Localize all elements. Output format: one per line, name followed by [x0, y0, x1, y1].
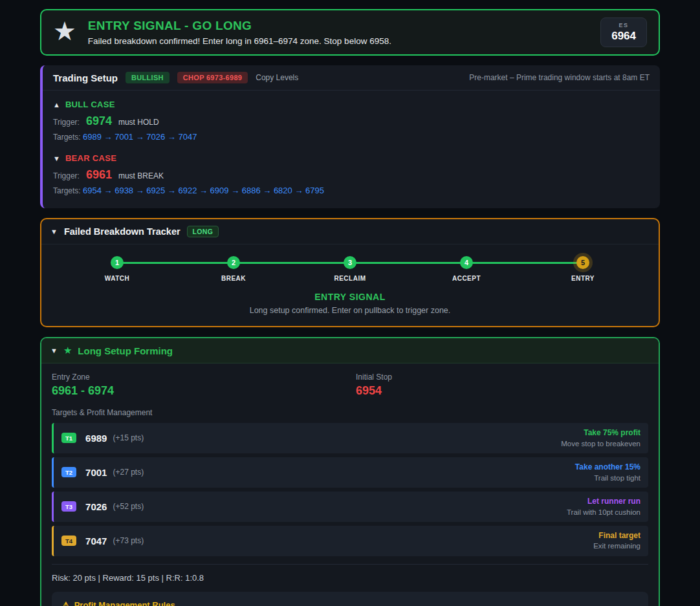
bear-case: ▼ BEAR CASE Trigger: 6961 must BREAK Tar… [53, 153, 650, 195]
tracker-steps: 1 WATCH 2 BREAK 3 RECLAIM 4 ACCEPT 5 ENT… [94, 256, 606, 282]
step-label-entry: ENTRY [571, 275, 595, 282]
target-plan-t4: Final target Exit remaining [593, 530, 640, 552]
target-price-t4: 7047 [85, 536, 107, 546]
failed-breakdown-tracker-panel: ▼ Failed Breakdown Tracker LONG 1 WATCH … [40, 218, 660, 327]
long-setup-body: Entry Zone 6961 - 6974 Initial Stop 6954… [41, 363, 659, 606]
target-pts-t2: (+27 pts) [113, 468, 144, 477]
triangle-up-icon: ▲ [53, 101, 60, 109]
tracker-header[interactable]: ▼ Failed Breakdown Tracker LONG [41, 219, 659, 244]
bull-case: ▲ BULL CASE Trigger: 6974 must HOLD Targ… [53, 100, 650, 142]
bear-trigger-row: Trigger: 6961 must BREAK [53, 168, 650, 182]
bull-trigger-condition: must HOLD [118, 118, 159, 127]
bear-targets-label: Targets: [53, 186, 81, 195]
target-sub-t4: Exit remaining [593, 541, 640, 551]
long-setup-header[interactable]: ▼ ★ Long Setup Forming [41, 338, 659, 363]
star-icon: ★ [63, 345, 72, 356]
target-pts-t1: (+15 pts) [113, 433, 144, 442]
target-price-t2: 7001 [85, 467, 107, 478]
entry-zone-label: Entry Zone [52, 373, 356, 382]
current-price: 6964 [611, 30, 636, 43]
banner-subtitle: Failed breakdown confirmed! Enter long i… [88, 36, 391, 46]
target-action-t1: Take 75% profit [561, 427, 640, 438]
bull-targets-values[interactable]: 6989 → 7001 → 7026 → 7047 [83, 132, 197, 142]
status-title: ENTRY SIGNAL [41, 292, 659, 302]
initial-stop-block: Initial Stop 6954 [356, 373, 392, 398]
step-circle-1: 1 [111, 256, 124, 269]
bear-trigger-condition: must BREAK [118, 171, 164, 180]
profit-rules-box: ⚠ Profit Management Rules 1. At T1: Lock… [52, 592, 648, 606]
bull-case-label: BULL CASE [65, 100, 115, 109]
long-badge: LONG [187, 226, 219, 237]
step-label-break: BREAK [221, 275, 246, 282]
bear-trigger-value: 6961 [86, 168, 112, 182]
target-action-t3: Let runner run [567, 496, 640, 507]
target-badge-t3: T3 [61, 501, 76, 512]
price-badge: ES 6964 [600, 17, 647, 47]
step-accept: 4 ACCEPT [444, 256, 489, 282]
risk-reward-line: Risk: 20 pts | Reward: 15 pts | R:R: 1:0… [52, 564, 648, 583]
target-row-t3[interactable]: T3 7026 (+52 pts) Let runner run Trail w… [52, 492, 648, 522]
symbol-label: ES [611, 22, 636, 28]
entry-zone-block: Entry Zone 6961 - 6974 [52, 373, 356, 398]
step-circle-4: 4 [460, 256, 473, 269]
targets-section-label: Targets & Profit Management [52, 408, 648, 417]
long-setup-panel: ▼ ★ Long Setup Forming Entry Zone 6961 -… [40, 337, 660, 606]
entry-stop-grid: Entry Zone 6961 - 6974 Initial Stop 6954 [52, 373, 648, 398]
entry-zone-value: 6961 - 6974 [52, 384, 356, 398]
bear-case-label: BEAR CASE [65, 153, 116, 163]
bull-targets-row: Targets: 6989 → 7001 → 7026 → 7047 [53, 132, 650, 142]
target-plan-t2: Take another 15% Trail stop tight [575, 462, 640, 483]
target-row-t4[interactable]: T4 7047 (+73 pts) Final target Exit rema… [52, 526, 648, 556]
profit-rules-title: ⚠ Profit Management Rules [62, 600, 638, 606]
target-badge-t1: T1 [61, 433, 76, 443]
tracker-title: Failed Breakdown Tracker [64, 226, 180, 237]
target-sub-t2: Trail stop tight [575, 473, 640, 483]
step-break: 2 BREAK [211, 256, 256, 282]
target-sub-t1: Move stop to breakeven [561, 438, 640, 449]
step-circle-3: 3 [344, 256, 356, 269]
target-plan-t1: Take 75% profit Move stop to breakeven [561, 427, 640, 449]
target-price-t1: 6989 [85, 433, 107, 444]
entry-signal-banner: ★ ENTRY SIGNAL - GO LONG Failed breakdow… [40, 9, 660, 56]
bear-targets-row: Targets: 6954 → 6938 → 6925 → 6922 → 690… [53, 186, 650, 195]
target-plan-t3: Let runner run Trail with 10pt cushion [567, 496, 640, 517]
triangle-down-icon: ▼ [53, 155, 60, 162]
chop-zone-badge: CHOP 6973-6989 [177, 72, 248, 83]
step-circle-2: 2 [227, 256, 240, 269]
step-circle-5: 5 [576, 256, 589, 269]
step-label-reclaim: RECLAIM [334, 275, 366, 282]
target-row-t2[interactable]: T2 7001 (+27 pts) Take another 15% Trail… [52, 457, 648, 488]
star-icon: ★ [53, 18, 76, 44]
step-entry: 5 ENTRY [560, 256, 606, 282]
trading-setup-body: ▲ BULL CASE Trigger: 6974 must HOLD Targ… [43, 91, 660, 208]
target-row-t1[interactable]: T1 6989 (+15 pts) Take 75% profit Move s… [52, 423, 648, 453]
bias-badge: BULLISH [126, 72, 170, 83]
tracker-status: ENTRY SIGNAL Long setup confirmed. Enter… [41, 292, 659, 315]
trading-setup-panel: Trading Setup BULLISH CHOP 6973-6989 Cop… [40, 65, 660, 208]
target-action-t4: Final target [593, 530, 640, 541]
bear-targets-values[interactable]: 6954 → 6938 → 6925 → 6922 → 6909 → 6886 … [83, 186, 324, 195]
copy-levels-button[interactable]: Copy Levels [256, 73, 298, 82]
bull-case-header: ▲ BULL CASE [53, 100, 650, 109]
banner-title: ENTRY SIGNAL - GO LONG [88, 19, 391, 33]
collapse-icon[interactable]: ▼ [50, 347, 58, 354]
profit-rules-title-text: Profit Management Rules [74, 600, 175, 606]
trading-setup-title: Trading Setup [53, 72, 118, 83]
status-text: Long setup confirmed. Enter on pullback … [41, 306, 659, 315]
bull-trigger-value: 6974 [86, 114, 112, 128]
collapse-icon[interactable]: ▼ [50, 228, 58, 235]
page: ★ ENTRY SIGNAL - GO LONG Failed breakdow… [0, 0, 700, 606]
bull-trigger-row: Trigger: 6974 must HOLD [53, 114, 650, 128]
target-price-t3: 7026 [85, 501, 107, 512]
bull-targets-label: Targets: [53, 133, 81, 142]
step-label-watch: WATCH [105, 275, 129, 282]
bull-trigger-label: Trigger: [53, 118, 80, 127]
target-badge-t2: T2 [61, 467, 76, 477]
target-badge-t4: T4 [61, 536, 76, 546]
step-label-accept: ACCEPT [452, 275, 481, 282]
step-watch: 1 WATCH [94, 256, 140, 282]
bear-case-header: ▼ BEAR CASE [53, 153, 650, 163]
banner-text: ENTRY SIGNAL - GO LONG Failed breakdown … [88, 19, 391, 46]
bear-trigger-label: Trigger: [53, 171, 80, 180]
target-sub-t3: Trail with 10pt cushion [567, 507, 640, 517]
